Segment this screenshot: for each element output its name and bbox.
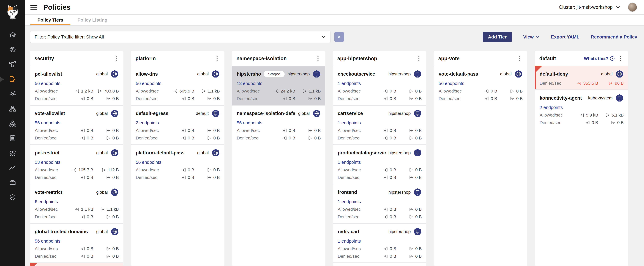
sidebar-item-package[interactable] [0, 176, 25, 190]
user-avatar[interactable] [628, 2, 637, 12]
endpoints-link[interactable]: 56 endpoints [35, 81, 60, 86]
inbound-traffic-value: 0 B [170, 136, 194, 140]
policy-card[interactable]: platform-default-passglobal56 endpointsA… [131, 145, 224, 184]
policies-icon [9, 75, 16, 84]
policy-card[interactable]: vote-allowlistglobal56 endpointsAllowed/… [30, 106, 123, 144]
endpoints-link[interactable]: 13 endpoints [35, 160, 60, 165]
sidebar-item-stats[interactable] [0, 146, 25, 161]
inbound-arrow-icon [80, 96, 85, 101]
sidebar-item-home[interactable] [0, 28, 25, 42]
outbound-value: 0 B [112, 128, 119, 133]
traffic-metric-row: Allowed/sec0 B0 B [35, 246, 119, 251]
export-yaml-button[interactable]: Export YAML [551, 34, 579, 40]
inbound-traffic-value: 0 B [69, 96, 93, 101]
inbound-arrow-icon [181, 168, 186, 172]
sidebar-item-service-graph[interactable] [0, 57, 25, 72]
endpoints-link[interactable]: 1 endpoints [338, 238, 361, 244]
view-menu-button[interactable]: View [523, 34, 540, 40]
outbound-value: 0 B [415, 214, 422, 219]
sidebar [0, 0, 25, 266]
sidebar-item-gauge[interactable] [0, 42, 25, 57]
outbound-arrow-icon [409, 128, 414, 133]
tier-menu-kebab-icon[interactable] [416, 55, 422, 62]
policy-card[interactable]: vote-restrictglobal6 endpointsAllowed/se… [30, 184, 123, 223]
endpoints-link[interactable]: 6 endpoints [35, 199, 58, 204]
outbound-arrow-icon [409, 89, 414, 94]
traffic-metric-row: Denied/sec0 B0 B [338, 175, 422, 180]
policy-card[interactable]: productcatalogservicehipstershopns1 endp… [333, 145, 426, 184]
add-tier-button[interactable]: Add Tier [483, 32, 512, 42]
svg-text:ns: ns [417, 75, 418, 77]
endpoints-link[interactable]: 1 endpoints [338, 199, 361, 204]
endpoints-link[interactable]: 56 endpoints [136, 160, 161, 165]
service-graph-icon [9, 60, 16, 69]
filter-clear-button[interactable]: ✕ [334, 32, 344, 42]
endpoints-link[interactable]: 1 endpoints [338, 160, 361, 165]
endpoints-link[interactable]: 56 endpoints [439, 81, 464, 86]
sidebar-item-compliance[interactable] [0, 131, 25, 146]
endpoints-link[interactable]: 1 endpoints [338, 120, 361, 126]
tier-menu-kebab-icon[interactable] [214, 55, 220, 62]
endpoints-link[interactable]: 1 endpoints [338, 81, 361, 86]
policy-card[interactable]: hipstershop-gh…Stagedhipstershopns13 end… [232, 66, 325, 105]
sidebar-item-nodes[interactable] [0, 102, 25, 116]
policy-name: cartservice [338, 111, 386, 116]
policy-card[interactable]: pci-restrictglobal13 endpointsAllowed/se… [30, 145, 123, 184]
policy-card[interactable]: frontendhipstershopns1 endpointsAllowed/… [333, 184, 426, 223]
tier-menu-kebab-icon[interactable] [618, 55, 624, 62]
policy-card[interactable]: redis-carthipstershopns1 endpointsAllowe… [333, 224, 426, 262]
sidebar-item-shield[interactable] [0, 190, 25, 205]
tier-menu-kebab-icon[interactable] [113, 55, 119, 62]
endpoints-link[interactable]: 56 endpoints [136, 81, 161, 86]
policy-card[interactable]: checkoutservicehipstershopns1 endpointsA… [333, 66, 426, 105]
outbound-arrow-icon [308, 96, 313, 101]
endpoints-link[interactable]: 13 endpoints [237, 81, 262, 86]
outbound-arrow-icon [409, 136, 414, 140]
endpoints-link[interactable]: 56 endpoints [35, 120, 60, 126]
outbound-traffic-value: 96 B [600, 81, 624, 86]
outbound-value: 1.1 kB [208, 89, 220, 94]
policy-card[interactable]: quarantineglobal0 endpoints [30, 263, 123, 266]
metric-label: Denied/sec [136, 175, 170, 180]
recommend-policy-button[interactable]: Recommend a Policy [591, 34, 637, 40]
sidebar-nav [0, 24, 25, 205]
tier-menu-kebab-icon[interactable] [315, 55, 321, 62]
policy-card[interactable]: cartservicehipstershopns1 endpointsAllow… [333, 106, 426, 144]
sidebar-item-trend[interactable] [0, 161, 25, 176]
policy-name-row: redis-carthipstershopns [338, 228, 422, 236]
policy-card[interactable]: emailservicehipstershopns1 endpointsAllo… [333, 263, 426, 266]
tab-policy-tiers[interactable]: Policy Tiers [30, 14, 70, 26]
endpoints-link[interactable]: 2 endpoints [540, 105, 563, 110]
shield-icon [9, 194, 16, 202]
policy-card[interactable]: konnectivity-agentkube-systemns2 endpoin… [535, 90, 628, 129]
policy-card[interactable]: vote-default-passglobal56 endpointsAllow… [434, 66, 527, 105]
inbound-arrow-icon [282, 96, 287, 101]
hamburger-menu-icon[interactable] [30, 4, 38, 10]
sidebar-item-flows[interactable] [0, 87, 25, 102]
endpoints-link[interactable]: 56 endpoints [237, 120, 262, 126]
policy-card[interactable]: global-trusted-domainsglobal56 endpoints… [30, 224, 123, 262]
filter-row: Filter: Policy Traffic filter: Show All … [30, 31, 637, 43]
traffic-metric-row: Allowed/sec0 B0 B [338, 89, 422, 94]
policy-card[interactable]: default-egressdefaultns2 endpointsAllowe… [131, 106, 224, 144]
sidebar-item-policies[interactable] [0, 72, 25, 87]
policy-traffic-filter-select[interactable]: Filter: Policy Traffic filter: Show All [30, 31, 331, 43]
policy-card[interactable]: pci-allowlistglobal56 endpointsAllowed/s… [30, 66, 123, 105]
scope-label: global [197, 72, 209, 76]
tab-policy-listing[interactable]: Policy Listing [70, 14, 114, 26]
policy-card[interactable]: namespace-isolation-default-p…global56 e… [232, 106, 325, 144]
inbound-value: 0 B [188, 175, 194, 180]
scope-label: hipstershop [388, 229, 411, 234]
tier-menu-kebab-icon[interactable] [517, 55, 523, 62]
endpoints-link[interactable]: 56 endpoints [35, 238, 60, 244]
endpoints-link[interactable]: 2 endpoints [136, 120, 159, 126]
cluster-selector[interactable]: Cluster: jlt-msft-workshop [559, 4, 620, 10]
whats-this-link[interactable]: Whats this?? [584, 56, 615, 61]
traffic-metric-row: Allowed/sec0 B0 B [237, 128, 321, 133]
outbound-traffic-value: 0 B [399, 246, 422, 251]
calico-cat-logo[interactable] [0, 0, 25, 24]
policy-card[interactable]: allow-dnsglobal56 endpointsAllowed/sec66… [131, 66, 224, 105]
policy-card[interactable]: default-denyglobalDenied/sec353.5 B96 B [535, 66, 628, 90]
sidebar-item-endpoints[interactable] [0, 116, 25, 131]
outbound-arrow-icon [106, 175, 111, 180]
